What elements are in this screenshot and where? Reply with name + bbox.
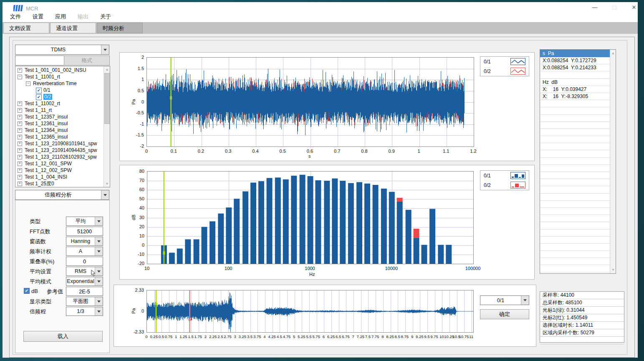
form-select-6[interactable]: Exponential bbox=[66, 277, 103, 286]
chevron-down-icon[interactable] bbox=[95, 297, 103, 305]
expand-icon[interactable]: + bbox=[18, 108, 22, 113]
tree-item[interactable]: +Test 1_12357_insul bbox=[16, 114, 104, 120]
chevron-down-icon[interactable] bbox=[95, 307, 103, 316]
form-select-value: 1/3 bbox=[66, 308, 95, 314]
form-select-2[interactable]: Hanning bbox=[66, 237, 103, 246]
form-select-8[interactable]: 平面图 bbox=[66, 297, 103, 306]
tab-2[interactable]: 时频分析 bbox=[97, 23, 143, 33]
tree-item[interactable]: −Reverberation Time bbox=[16, 80, 104, 87]
scroll-up-icon[interactable]: ▲ bbox=[610, 51, 616, 55]
overview-canvas[interactable] bbox=[147, 290, 473, 332]
legend-line-icon bbox=[510, 58, 525, 65]
chevron-down-icon[interactable] bbox=[521, 296, 529, 305]
chevron-down-icon[interactable] bbox=[95, 277, 103, 285]
tree-item[interactable]: +Test 1_1_004_INSI bbox=[16, 174, 104, 180]
tree-item[interactable]: +Test 1_12_002_SPW bbox=[16, 167, 104, 174]
tree-item[interactable]: +Test 1_123_211026102932_spw bbox=[16, 154, 104, 160]
readout-scrollbar[interactable]: ▲ ▼ bbox=[610, 50, 616, 273]
expand-icon[interactable]: + bbox=[18, 68, 22, 73]
form-select-9[interactable]: 1/3 bbox=[66, 307, 103, 316]
expand-icon[interactable]: + bbox=[18, 121, 22, 126]
chevron-down-icon[interactable] bbox=[101, 45, 109, 54]
chevron-down-icon[interactable] bbox=[101, 190, 109, 199]
expand-icon[interactable]: + bbox=[18, 101, 22, 106]
expand-icon[interactable]: + bbox=[18, 175, 22, 179]
chevron-down-icon[interactable] bbox=[95, 217, 103, 225]
expand-icon[interactable]: + bbox=[18, 115, 22, 119]
tree-item[interactable]: +Test 1_12365_insul bbox=[16, 134, 104, 140]
tree-item[interactable]: +Test 1_25度0 bbox=[16, 180, 104, 187]
confirm-button[interactable]: 确定 bbox=[480, 309, 529, 319]
tick-label: 9.75 bbox=[430, 334, 438, 339]
menu-item-1[interactable]: 设置 bbox=[28, 11, 48, 22]
collapse-icon[interactable]: − bbox=[26, 81, 30, 86]
form-select-0[interactable]: 平均 bbox=[66, 217, 103, 226]
checkbox[interactable]: ✔ bbox=[36, 94, 42, 100]
tree-item-label: Test 1_12361_insul bbox=[25, 121, 68, 126]
tree-item[interactable]: ✔0/2 bbox=[16, 93, 104, 100]
tree-scrollbar[interactable]: ▲ ▼ bbox=[104, 66, 110, 187]
expand-icon[interactable]: + bbox=[18, 135, 22, 139]
expand-icon[interactable]: + bbox=[18, 162, 22, 166]
tree-item[interactable]: −Test 1_11001_rt bbox=[16, 73, 104, 80]
db-checkbox[interactable]: ✔ bbox=[24, 288, 30, 294]
tree-item[interactable]: +Test 1_001_001_002_INSU bbox=[16, 67, 104, 73]
tree-scroll-thumb[interactable] bbox=[104, 73, 110, 124]
expand-icon[interactable]: + bbox=[18, 128, 22, 133]
legend-row-0/1[interactable]: 0/1 bbox=[480, 57, 529, 66]
tick-label: -10 bbox=[138, 252, 144, 257]
form-input-1[interactable]: 51200 bbox=[66, 227, 103, 236]
tree-item[interactable]: +Test 1_123_210914094435_spw bbox=[16, 147, 104, 154]
chevron-down-icon[interactable] bbox=[95, 247, 103, 255]
tree-item[interactable]: +Test 1_11002_rt bbox=[16, 100, 104, 107]
analysis-type-select[interactable]: 倍频程分析 bbox=[15, 190, 109, 200]
tree-item-label: Test 1_25度0 bbox=[25, 181, 54, 187]
tick-label: 9.25 bbox=[416, 334, 424, 339]
maximize-icon[interactable]: □ bbox=[608, 3, 621, 12]
expand-icon[interactable]: + bbox=[18, 168, 22, 173]
scroll-down-icon[interactable]: ▼ bbox=[610, 268, 616, 272]
tree-item[interactable]: +Test 1_123_210908101941_spw bbox=[16, 140, 104, 147]
tree-item[interactable]: ✔0/1 bbox=[16, 87, 104, 93]
scroll-up-icon[interactable]: ▲ bbox=[104, 68, 110, 71]
tree-item[interactable]: +Test 1_12361_insul bbox=[16, 120, 104, 127]
info-value: 1.14011 bbox=[576, 322, 593, 328]
time-waveform-canvas[interactable] bbox=[147, 58, 474, 146]
close-icon[interactable]: ✕ bbox=[628, 3, 640, 12]
chevron-down-icon[interactable] bbox=[95, 237, 103, 245]
expand-icon[interactable]: + bbox=[18, 141, 22, 146]
expand-icon[interactable]: + bbox=[18, 148, 22, 153]
minimize-icon[interactable]: — bbox=[588, 3, 601, 12]
form-input-4[interactable]: 0 bbox=[66, 257, 103, 266]
spectrum-canvas[interactable] bbox=[147, 172, 473, 264]
menu-item-2[interactable]: 应用 bbox=[51, 11, 70, 22]
form-select-3[interactable]: A bbox=[66, 247, 103, 256]
legend-row-0/2[interactable]: 0/2 bbox=[480, 180, 529, 190]
file-format-select[interactable]: TDMS bbox=[15, 45, 109, 55]
expand-icon[interactable]: + bbox=[18, 155, 22, 159]
menu-item-0[interactable]: 文件 bbox=[6, 11, 25, 22]
tree-item[interactable]: +Test 1_12364_insul bbox=[16, 127, 104, 134]
tree-item-label: Test 1_11_rt bbox=[25, 107, 52, 113]
format-button[interactable]: 格式 bbox=[64, 56, 110, 66]
tree-item-label: Test 1_123_210908101941_spw bbox=[25, 141, 97, 146]
file-tree[interactable]: +Test 1_001_001_002_INSU−Test 1_11001_rt… bbox=[15, 66, 110, 187]
collapse-icon[interactable]: − bbox=[18, 75, 22, 79]
expand-icon[interactable]: + bbox=[18, 182, 22, 186]
tick-label: 0.6 bbox=[307, 149, 313, 154]
checkbox[interactable]: ✔ bbox=[36, 88, 42, 93]
legend-row-0/2[interactable]: 0/2 bbox=[480, 66, 529, 76]
tree-item[interactable]: +Test 1_11_rt bbox=[16, 107, 104, 114]
tab-0[interactable]: 文档设置 bbox=[3, 23, 49, 33]
load-button[interactable]: 载入 bbox=[23, 331, 103, 342]
form-select-5[interactable]: RMS bbox=[66, 267, 103, 276]
search-input[interactable] bbox=[15, 56, 71, 66]
cursor-readout-panel[interactable]: s PaX:0.088254 Y:0.172729X:0.088254 Y:0.… bbox=[540, 49, 616, 274]
legend-row-0/1[interactable]: 0/1 bbox=[480, 171, 529, 180]
tab-1[interactable]: 通道设置 bbox=[50, 23, 96, 33]
reference-value-input[interactable]: 2E-5 bbox=[66, 287, 103, 296]
channel-select[interactable]: 0/1 bbox=[480, 295, 529, 305]
tree-item[interactable]: +Test 1_12_001_SPW bbox=[16, 160, 104, 167]
scroll-down-icon[interactable]: ▼ bbox=[104, 182, 110, 186]
menu-item-4[interactable]: 关于 bbox=[96, 11, 115, 22]
